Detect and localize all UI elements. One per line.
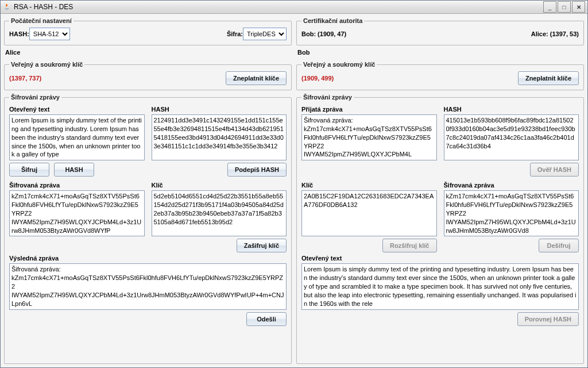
bob-keys-group: Veřejný a soukromý klíč (1909, 499) Znep… [296, 61, 584, 90]
content: Počáteční nastavení HASH: SHA-512 Šifra:… [1, 14, 587, 367]
bob-ciphertext-label: Šifrovaná zpráva [444, 182, 579, 189]
ca-alice-label: Alice: [531, 30, 548, 37]
alice-hash-button[interactable]: HASH [54, 163, 94, 177]
ca-bob-value: (1909, 47) [318, 30, 346, 37]
bob-received-label: Přijatá zpráva [301, 106, 437, 113]
maximize-button[interactable]: □ [558, 1, 571, 13]
bob-compare-button: Porovnej HASH [517, 312, 579, 326]
cipher-label: Šifra: [227, 30, 243, 37]
ca-alice-value: (1397, 53) [550, 30, 579, 37]
bob-decrypt-key-button: Rozšifruj klíč [382, 239, 436, 252]
bob-keys-value: (1909, 499) [301, 75, 334, 82]
bob-hash-text[interactable]: 415013e1b593bb608f9b6fac89fbdc12a815020f… [444, 114, 579, 160]
bob-keys-legend: Veřejný a soukromý klíč [301, 61, 377, 68]
titlebar[interactable]: RSA - HASH - DES _ □ ✕ [1, 1, 587, 14]
initial-settings-group: Počáteční nastavení HASH: SHA-512 Šifra:… [4, 17, 292, 45]
bob-panel-label: Bob [297, 49, 584, 56]
app-window: RSA - HASH - DES _ □ ✕ Počáteční nastave… [0, 0, 588, 368]
column-left: Počáteční nastavení HASH: SHA-512 Šifra:… [4, 17, 292, 364]
bob-received-text[interactable]: Šifrovaná zpráva: kZm17cmk4cX71+moAsGqTS… [301, 114, 437, 160]
bob-encrypt-legend: Šifrováni zprávy [301, 94, 354, 101]
bob-hash-label: HASH [444, 106, 579, 113]
alice-key-text[interactable]: 5d2eb5104d6551cd4d25d22b3551b55a8eb55154… [152, 190, 287, 236]
bob-plaintext-label: Otevřený text [301, 255, 579, 262]
bob-encrypt-group: Šifrováni zprávy Přijatá zpráva Šifrovan… [296, 94, 584, 364]
alice-encrypt-group: Šifrováni zprávy Otevřený text Lorem Ips… [4, 94, 292, 364]
alice-keys-value: (1397, 737) [9, 75, 41, 82]
hash-select[interactable]: SHA-512 [29, 28, 70, 40]
initial-settings-legend: Počáteční nastavení [9, 17, 74, 24]
alice-plaintext[interactable]: Lorem Ipsum is simply dummy text of the … [9, 114, 145, 160]
alice-send-button[interactable]: Odešli [246, 312, 287, 326]
alice-result-text[interactable]: Šifrovaná zpráva: kZm17cmk4cX71+moAsGqTS… [9, 263, 287, 309]
alice-panel-label: Alice [5, 49, 292, 56]
alice-hash-text[interactable]: 2124911dd3e3491c143249155e1dd151c155e55e… [152, 114, 287, 160]
alice-encrypt-legend: Šifrováni zprávy [9, 94, 61, 101]
alice-ciphertext[interactable]: kZm17cmk4cX71+moAsGqTSz8XTV55PsSt6Fkl0hf… [9, 190, 145, 236]
bob-invalidate-button[interactable]: Zneplatnit klíče [518, 71, 579, 85]
minimize-button[interactable]: _ [543, 1, 556, 13]
alice-invalidate-button[interactable]: Zneplatnit klíče [226, 71, 287, 85]
alice-plaintext-label: Otevřený text [9, 106, 145, 113]
alice-hash-label: HASH [152, 106, 287, 113]
cipher-select[interactable]: TripleDES [243, 28, 287, 40]
alice-keys-legend: Veřejný a soukromý klíč [9, 61, 84, 68]
alice-keys-group: Veřejný a soukromý klíč (1397, 737) Znep… [4, 61, 292, 90]
bob-ciphertext[interactable]: kZm17cmk4cX71+moAsGqTSz8XTV55PsSt6Fkl0hf… [444, 190, 579, 236]
window-title: RSA - HASH - DES [14, 3, 543, 11]
bob-key-label: Klíč [301, 182, 437, 189]
alice-encrypt-button[interactable]: Šifruj [9, 163, 49, 177]
java-icon [3, 3, 11, 11]
column-right: Certifikační autorita Bob: (1909, 47) Al… [296, 17, 584, 364]
bob-verify-button: Ověř HASH [530, 163, 579, 177]
alice-ciphertext-label: Šifrovaná zpráva [9, 182, 145, 189]
alice-result-label: Výsledná zpráva [9, 255, 287, 262]
alice-key-label: Klíč [152, 182, 287, 189]
hash-label: HASH: [9, 30, 29, 37]
alice-encrypt-key-button[interactable]: Zašifruj klíč [237, 239, 287, 252]
close-button[interactable]: ✕ [572, 1, 585, 13]
ca-group: Certifikační autorita Bob: (1909, 47) Al… [296, 17, 584, 45]
alice-sign-button[interactable]: Podepiš HASH [227, 163, 287, 177]
window-buttons: _ □ ✕ [543, 1, 585, 13]
bob-decrypt-button: Dešifruj [539, 239, 579, 252]
ca-legend: Certifikační autorita [301, 17, 364, 24]
bob-plaintext[interactable]: Lorem Ipsum is simply dummy text of the … [301, 263, 579, 309]
bob-key-text[interactable]: 2A0B15C2F19DA12C2631683EDC2A7343EAA776DF… [301, 190, 437, 236]
ca-bob-label: Bob: [301, 30, 316, 37]
